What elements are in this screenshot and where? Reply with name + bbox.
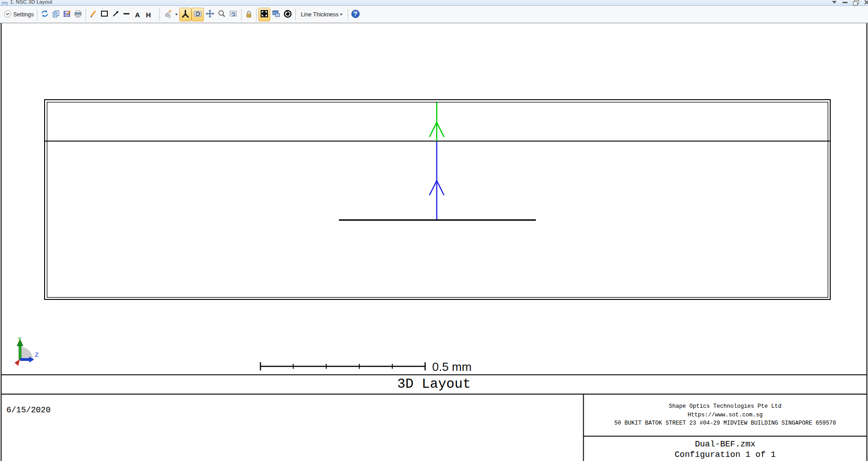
rotate-mode-button[interactable] xyxy=(192,8,204,21)
z-axis-label: Z xyxy=(35,351,39,358)
toolbar-separator xyxy=(86,9,86,21)
settings-button[interactable]: Settings xyxy=(2,8,35,21)
toolbar-separator xyxy=(241,9,242,21)
print-icon xyxy=(74,10,82,20)
layout-toolbar: Settings A H xyxy=(0,6,868,23)
pencil-icon xyxy=(89,10,97,20)
zoom-mode-button[interactable] xyxy=(216,8,227,21)
pan-icon xyxy=(205,9,215,20)
reset-rotation-icon xyxy=(228,9,238,20)
toolbar-separator xyxy=(295,9,296,21)
help-button[interactable]: ? xyxy=(350,8,361,21)
y-axis-view-button[interactable] xyxy=(179,8,192,21)
width-tool-button[interactable]: H xyxy=(143,8,154,21)
y-axis-label: Y xyxy=(17,336,21,343)
3d-axes-icon xyxy=(163,9,174,20)
rotate-icon xyxy=(193,9,202,20)
orbit-view-button[interactable] xyxy=(161,8,179,21)
help-icon: ? xyxy=(351,10,360,20)
company-block: Shape Optics Technologies Pte Ltd Https:… xyxy=(584,402,867,428)
dropdown-arrow-icon xyxy=(340,14,343,15)
save-icon xyxy=(63,10,71,20)
scale-label: 0.5 mm xyxy=(432,360,472,374)
x-axis-arrowhead xyxy=(15,359,20,366)
arrow-tool-button[interactable] xyxy=(110,8,121,21)
toolbar-separator xyxy=(159,9,160,21)
layout-plot: Y Z 0.5 mm xyxy=(0,23,868,461)
restore-button[interactable] xyxy=(852,0,859,5)
line-tool-button[interactable] xyxy=(121,8,132,21)
plot-title: 3D Layout xyxy=(0,375,868,394)
line-icon xyxy=(122,10,131,20)
copy-to-window-button[interactable] xyxy=(270,8,282,21)
copy-icon xyxy=(52,10,60,20)
configuration-label: Configuration 1 of 1 xyxy=(584,450,867,460)
refresh-icon xyxy=(40,10,49,20)
settings-label: Settings xyxy=(13,11,34,18)
window-icon xyxy=(2,0,8,6)
reset-rotation-button[interactable] xyxy=(227,8,239,21)
plot-date: 6/15/2020 xyxy=(6,405,50,415)
file-name: Dual-BEF.zmx xyxy=(584,440,867,449)
copy-window-icon xyxy=(272,10,281,20)
window-title-bar[interactable]: 1: NSC 3D Layout xyxy=(0,0,868,6)
width-icon: H xyxy=(146,11,151,19)
text-tool-button[interactable]: A xyxy=(132,8,143,21)
scale-bar xyxy=(260,362,425,370)
text-icon: A xyxy=(135,11,140,19)
company-name: Shape Optics Technologies Pte Ltd xyxy=(584,402,867,411)
minimize-button[interactable] xyxy=(842,0,849,5)
axis-triad: Y Z xyxy=(15,336,39,366)
auto-update-button[interactable] xyxy=(282,8,293,21)
dropdown-arrow-icon xyxy=(175,14,178,15)
svg-text:?: ? xyxy=(354,11,357,17)
film-inner-outline xyxy=(47,102,828,298)
refresh-button[interactable] xyxy=(39,8,50,21)
window-title: 1: NSC 3D Layout xyxy=(10,0,52,5)
lock-icon xyxy=(245,10,252,20)
lock-button[interactable] xyxy=(243,8,254,21)
arrow-icon xyxy=(111,10,120,20)
window-menu-chevron-icon[interactable] xyxy=(831,0,838,5)
auto-update-icon xyxy=(283,10,292,20)
company-url: Https://www.sot.com.sg xyxy=(584,411,867,420)
fit-view-button[interactable] xyxy=(258,8,270,21)
pencil-tool-button[interactable] xyxy=(88,8,99,21)
toolbar-separator xyxy=(256,9,257,21)
close-button[interactable] xyxy=(863,0,868,5)
film-outer-outline xyxy=(45,100,830,299)
line-thickness-label: Line Thickness xyxy=(301,11,338,18)
print-button[interactable] xyxy=(72,8,84,21)
toolbar-separator xyxy=(348,9,348,21)
save-button[interactable] xyxy=(61,8,72,21)
rectangle-tool-button[interactable] xyxy=(99,8,110,21)
settings-dropdown-icon xyxy=(4,10,11,20)
toolbar-separator xyxy=(37,9,37,21)
copy-button[interactable] xyxy=(50,8,61,21)
y-axis-icon xyxy=(181,9,190,20)
company-address: 50 BUKIT BATOK STREET 23 #04-29 MIDVIEW … xyxy=(584,419,867,428)
magnifier-icon xyxy=(217,10,226,20)
line-thickness-button[interactable]: Line Thickness xyxy=(298,8,346,21)
pan-mode-button[interactable] xyxy=(204,8,216,21)
layout-canvas[interactable]: Y Z 0.5 mm xyxy=(0,23,868,461)
fit-icon xyxy=(260,9,269,20)
rectangle-icon xyxy=(100,10,109,20)
